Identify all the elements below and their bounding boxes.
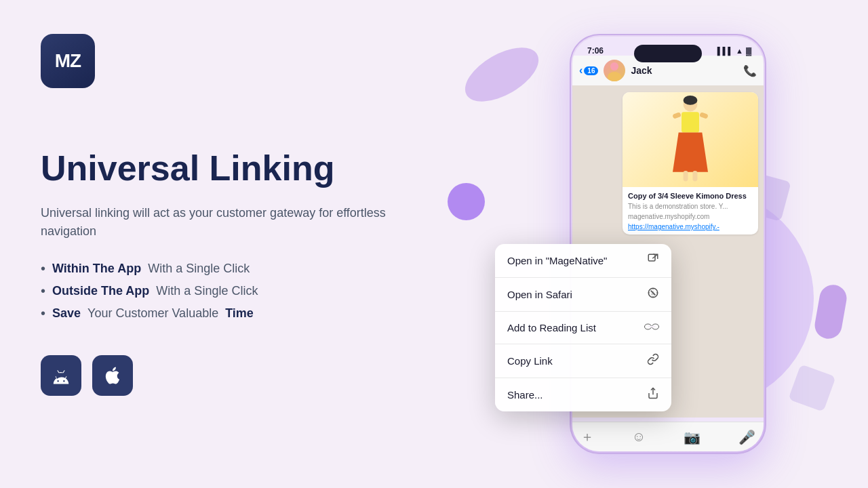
mic-icon[interactable]: 🎤 — [738, 429, 755, 445]
open-external-icon — [647, 253, 659, 268]
feature-list: Within The App With a Single Click Outsi… — [41, 261, 434, 321]
platform-badges — [41, 355, 434, 396]
bg-blob-left — [448, 183, 485, 220]
signal-icon: ▌▌▌ — [717, 47, 733, 55]
safari-label: Open in Safari — [507, 289, 572, 300]
bullet-bold-time: Time — [225, 306, 254, 321]
bullet-text-1: With a Single Click — [148, 262, 250, 276]
open-app-label: Open in "MageNative" — [507, 255, 607, 266]
left-panel: MZ Universal Linking Universal linking w… — [41, 34, 434, 396]
svg-point-3 — [684, 96, 698, 105]
svg-rect-8 — [684, 171, 688, 182]
logo-text: MZ — [55, 50, 81, 72]
svg-marker-5 — [673, 133, 708, 172]
apple-icon — [102, 365, 123, 386]
svg-rect-7 — [699, 112, 709, 119]
svg-rect-6 — [672, 112, 682, 119]
bullet-bold-1: Within The App — [52, 262, 141, 276]
android-badge[interactable] — [41, 355, 81, 396]
product-desc: This is a demonstration store. Y... — [628, 202, 753, 211]
product-image — [623, 92, 758, 187]
phone-notch — [634, 45, 702, 62]
svg-rect-9 — [692, 171, 697, 182]
bullet-text-3: Your Customer Valuable — [87, 306, 218, 321]
share-label: Share... — [507, 389, 543, 401]
avatar-image — [604, 60, 625, 81]
logo: MZ — [41, 34, 95, 88]
context-menu-item-share[interactable]: Share... — [495, 378, 671, 411]
battery-icon: ▓ — [746, 47, 751, 55]
svg-point-0 — [610, 62, 618, 70]
context-menu-item-copy-link[interactable]: Copy Link — [495, 344, 671, 378]
bullet-bold-2: Outside The App — [52, 284, 149, 298]
chat-avatar — [604, 60, 625, 81]
copy-link-label: Copy Link — [507, 355, 553, 367]
svg-point-1 — [608, 72, 621, 81]
camera-icon[interactable]: 📷 — [684, 429, 701, 445]
product-title: Copy of 3/4 Sleeve Kimono Dress — [628, 191, 753, 201]
context-menu-item-open-app[interactable]: Open in "MageNative" — [495, 244, 671, 278]
product-domain: magenative.myshopify.com — [628, 212, 753, 221]
context-menu: Open in "MageNative" Open in Safari — [495, 244, 671, 411]
list-item: Outside The App With a Single Click — [41, 283, 434, 299]
ios-badge[interactable] — [92, 355, 133, 396]
list-item: Within The App With a Single Click — [41, 261, 434, 277]
page-title: Universal Linking — [41, 149, 434, 188]
wifi-icon: ▲ — [736, 47, 743, 55]
phone-call-icon[interactable]: 📞 — [743, 64, 757, 77]
contact-name: Jack — [631, 65, 738, 76]
reading-list-icon — [644, 321, 659, 335]
reading-list-label: Add to Reading List — [507, 322, 596, 333]
status-icons: ▌▌▌ ▲ ▓ — [717, 47, 751, 55]
product-info: Copy of 3/4 Sleeve Kimono Dress This is … — [623, 187, 758, 235]
context-menu-item-reading-list[interactable]: Add to Reading List — [495, 312, 671, 344]
chevron-left-icon: ‹ — [579, 64, 583, 77]
dress-illustration — [667, 96, 714, 184]
status-time: 7:06 — [587, 46, 604, 56]
list-item: Save Your Customer Valuable Time — [41, 306, 434, 321]
unread-badge: 16 — [584, 66, 598, 75]
chat-input-bar: ＋ ☺ 📷 🎤 — [572, 422, 764, 451]
chat-back-button[interactable]: ‹ 16 — [579, 64, 598, 77]
bullet-bold-3: Save — [52, 306, 81, 321]
sticker-icon[interactable]: ☺ — [632, 429, 646, 445]
android-icon — [51, 365, 71, 386]
svg-rect-4 — [682, 112, 699, 132]
context-menu-item-safari[interactable]: Open in Safari — [495, 278, 671, 312]
message-bubble: Copy of 3/4 Sleeve Kimono Dress This is … — [623, 92, 758, 235]
add-icon[interactable]: ＋ — [580, 428, 594, 446]
copy-link-icon — [647, 353, 659, 369]
bullet-text-2: With a Single Click — [156, 284, 258, 298]
product-link[interactable]: https://magenative.myshopify.- — [628, 223, 753, 230]
right-panel: 7:06 ▌▌▌ ▲ ▓ ‹ 16 — [515, 14, 827, 474]
safari-icon — [647, 287, 659, 302]
hero-subtitle: Universal linking will act as your custo… — [41, 204, 434, 241]
share-icon — [647, 387, 659, 403]
